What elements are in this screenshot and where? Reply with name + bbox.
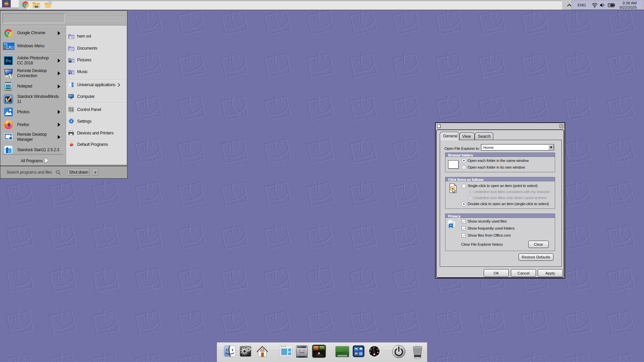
svg-text:Start: Start — [4, 43, 8, 45]
